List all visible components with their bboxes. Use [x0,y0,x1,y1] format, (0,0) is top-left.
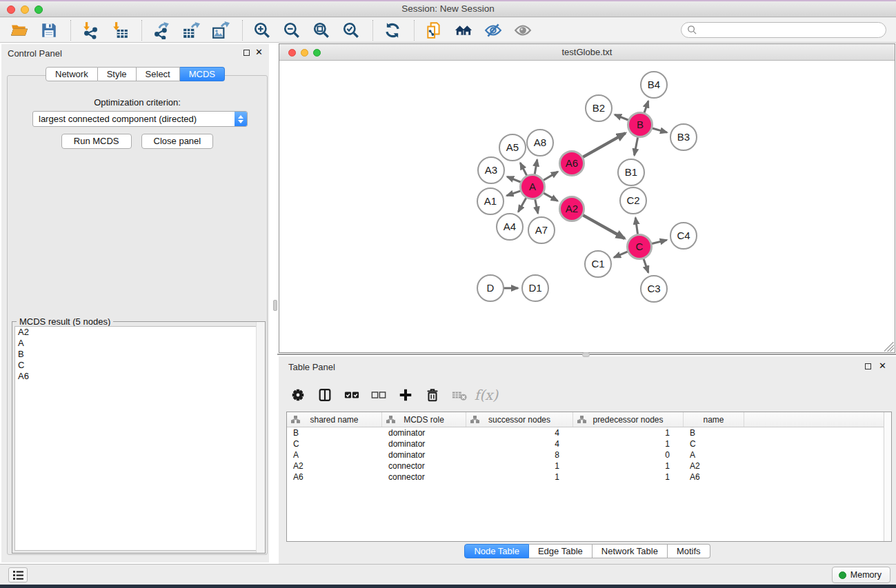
zoom-out-icon[interactable] [282,21,301,39]
cell[interactable]: B [684,427,744,438]
column-header-MCDS-role[interactable]: MCDS role [382,412,466,427]
zoom-selected-icon[interactable] [341,21,360,39]
cell[interactable]: connector [382,460,466,472]
memory-button[interactable]: Memory [832,567,890,583]
run-mcds-button[interactable]: Run MCDS [61,134,132,149]
table-row-a[interactable]: Adominator80A [287,449,891,460]
column-header-shared-name[interactable]: shared name [287,412,382,427]
mcds-result-item-a6[interactable]: A6 [15,371,262,382]
edge-C-C1[interactable] [614,252,628,258]
cell[interactable]: A2 [287,460,382,472]
graph-node-C4[interactable]: C4 [670,223,697,249]
table-row-a6[interactable]: A6connector11A6 [287,472,891,483]
table-row-a2[interactable]: A2connector11A2 [287,460,891,472]
column-layout-icon[interactable] [317,387,333,403]
graph-node-C[interactable]: C [628,235,652,259]
edge-A6-B[interactable] [582,133,626,157]
graph-node-A5[interactable]: A5 [499,134,526,161]
edge-A-A8[interactable] [535,160,537,175]
table-settings-icon[interactable] [290,387,306,403]
graph-node-A2[interactable]: A2 [560,197,584,221]
cell[interactable]: 4 [466,427,573,438]
edge-A-A3[interactable] [507,176,521,182]
cell[interactable]: 8 [466,449,573,460]
mcds-result-item-a2[interactable]: A2 [15,327,262,338]
cell[interactable]: 0 [573,449,684,460]
edge-B-B4[interactable] [644,101,648,114]
tab-select[interactable]: Select [137,67,180,81]
cell[interactable]: dominator [382,449,466,460]
graph-node-C3[interactable]: C3 [641,276,667,302]
resize-grip-icon[interactable] [884,342,894,352]
graph-node-B[interactable]: B [628,113,653,137]
cell[interactable]: B [287,427,382,438]
cell[interactable]: connector [382,472,466,483]
column-header-predecessor-nodes[interactable]: predecessor nodes [573,412,684,427]
tab-network[interactable]: Network [46,67,98,81]
edge-C-C4[interactable] [651,240,667,244]
task-history-button[interactable] [8,567,28,582]
edge-C-C3[interactable] [644,258,648,273]
network-canvas[interactable]: B4 B2 B B3 A8 A5 A6 A3 B1 A C2 A1 A2 A4 … [279,61,895,352]
edge-A-A5[interactable] [520,163,527,176]
graph-node-A8[interactable]: A8 [527,130,553,156]
float-panel-icon[interactable] [243,50,250,56]
table-scrollbar[interactable] [884,412,891,541]
table-tab-node-table[interactable]: Node Table [464,544,529,558]
cell[interactable]: C [684,438,744,449]
close-panel-icon[interactable]: ✕ [255,47,263,57]
add-column-icon[interactable] [397,387,414,403]
cell[interactable]: A6 [287,472,382,483]
mcds-result-item-b[interactable]: B [15,349,262,360]
vertical-splitter-handle[interactable] [273,300,277,311]
column-header-name[interactable]: name [684,412,744,427]
delete-columns-icon[interactable] [424,387,441,403]
graph-node-A7[interactable]: A7 [528,217,555,243]
tab-mcds[interactable]: MCDS [180,67,225,81]
mcds-result-scrollbar[interactable] [256,322,265,553]
edge-A-A7[interactable] [535,199,538,213]
edge-C-C2[interactable] [635,218,637,235]
cell[interactable]: 1 [573,427,684,438]
table-tab-edge-table[interactable]: Edge Table [529,544,593,558]
edge-A-A4[interactable] [518,197,526,212]
cell[interactable]: 1 [466,460,573,472]
cell[interactable]: 4 [466,438,573,449]
cell[interactable]: 1 [466,472,573,483]
graph-node-B2[interactable]: B2 [586,95,612,121]
cell[interactable]: A2 [684,460,744,472]
cell[interactable]: 1 [573,472,684,483]
horizontal-splitter-handle[interactable] [582,352,590,357]
cell[interactable]: 1 [573,438,684,449]
hide-graphics-details-icon[interactable] [484,21,502,39]
table-float-icon[interactable] [865,363,871,369]
graph-node-C2[interactable]: C2 [620,187,646,214]
graph-node-D[interactable]: D [477,275,504,301]
table-close-icon[interactable]: ✕ [879,361,886,371]
tab-style[interactable]: Style [98,67,137,81]
graph-node-A6[interactable]: A6 [560,152,584,176]
edge-A-A6[interactable] [543,172,558,181]
show-graphics-details-icon[interactable] [513,21,532,39]
graph-node-A3[interactable]: A3 [478,157,504,183]
graph-node-A1[interactable]: A1 [477,188,504,214]
table-tab-motifs[interactable]: Motifs [668,544,710,558]
cell[interactable]: A [684,449,744,460]
cell[interactable]: dominator [382,438,466,449]
table-row-b[interactable]: Bdominator41B [287,427,891,438]
cell[interactable]: 1 [573,460,684,472]
mcds-result-item-a[interactable]: A [15,338,262,349]
cell[interactable]: A6 [684,472,744,483]
close-panel-button[interactable]: Close panel [141,134,214,149]
zoom-in-icon[interactable] [252,21,271,39]
export-image-icon[interactable] [211,21,230,39]
cell[interactable]: C [287,438,382,449]
edge-A-A1[interactable] [507,191,521,196]
refresh-layout-icon[interactable] [383,21,401,39]
export-network-icon[interactable] [152,21,170,39]
import-table-icon[interactable] [110,21,129,39]
criterion-dropdown[interactable]: largest connected component (directed) [32,111,248,127]
edge-B-B1[interactable] [635,136,638,155]
graph-node-B4[interactable]: B4 [641,72,667,98]
select-all-rows-icon[interactable] [344,387,360,403]
